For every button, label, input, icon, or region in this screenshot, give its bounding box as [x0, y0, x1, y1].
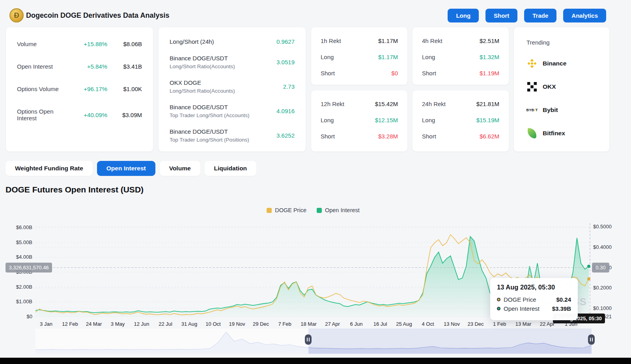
x-axis-tick: 4 Oct: [422, 321, 434, 327]
short-button[interactable]: Short: [485, 9, 517, 22]
x-axis-tick: 3 May: [111, 321, 125, 327]
ratio-label: Binance DOGE/USDT: [170, 104, 276, 110]
long-short-ratios-card: Long/Short (24h)0.9627 Binance DOGE/USDT…: [158, 27, 306, 152]
tooltip-row-price: DOGE Price $0.24: [497, 296, 571, 303]
x-axis-tick: 10 Oct: [205, 321, 220, 327]
trending-item-bitfinex[interactable]: Bitfinex: [526, 128, 597, 139]
x-axis-tick: 24 Mar: [86, 321, 102, 327]
stat-value: $3.09M: [107, 112, 142, 118]
navigator-area: [35, 332, 592, 354]
exchange-name: OKX: [543, 83, 556, 90]
stat-row: Options Volume+96.17%$1.00K: [17, 86, 142, 92]
page-title: Dogecoin DOGE Derivatives Data Analysis: [26, 11, 169, 20]
left-axis-tick: $6.00B: [0, 224, 32, 230]
navigator[interactable]: [35, 329, 592, 354]
ratio-value: 0.9627: [276, 38, 295, 45]
left-axis-tick: $5.00B: [0, 239, 32, 245]
trending-title: Trending: [526, 39, 597, 46]
stat-label: Options Open Interest: [17, 108, 71, 121]
right-axis-tick: $0.2000: [593, 285, 612, 291]
doge-price-marker: [587, 277, 590, 280]
x-axis-tick: 12 Jun: [134, 321, 149, 327]
chart-title: DOGE Futures Open Interest (USD): [6, 185, 144, 194]
tab-volume[interactable]: Volume: [160, 161, 200, 176]
rekt-long-label: Long: [321, 117, 375, 123]
rekt-4h-card: 4h Rekt$2.51M Long$1.32M Short$1.19M: [412, 27, 509, 85]
rekt-short-value: $3.28M: [378, 133, 398, 140]
bottom-bar: [0, 358, 631, 364]
ratio-row: Binance DOGE/USDTLong/Short Ratio(Accoun…: [170, 55, 295, 69]
right-axis-tick: $0.4000: [593, 244, 612, 250]
ratio-value: 4.0916: [276, 108, 295, 114]
x-axis-tick: 16 Jul: [373, 321, 387, 327]
stat-row: Open Interest+5.84%$3.41B: [17, 63, 142, 70]
x-axis-tick: 13 Nov: [444, 321, 460, 327]
rekt-short-label: Short: [321, 133, 378, 140]
left-axis-tick: $2.00B: [0, 284, 32, 290]
legend-swatch-icon: [267, 208, 272, 213]
bybit-icon: BYB!T: [526, 105, 538, 116]
trending-item-bybit[interactable]: BYB!T Bybit: [526, 105, 597, 116]
tab-weighted-funding-rate[interactable]: Weighted Funding Rate: [6, 161, 93, 176]
x-axis-tick: 7 Feb: [278, 321, 291, 327]
crosshair-left-value-badge: 3,326,631,570.46: [6, 263, 52, 273]
ratio-label: Binance DOGE/USDT: [170, 55, 276, 62]
chart-legend: DOGE Price Open Interest: [35, 207, 591, 213]
navigator-selection[interactable]: [308, 329, 592, 354]
x-axis-tick: 13 Mar: [515, 321, 531, 327]
dogecoin-logo-icon: Ð: [9, 8, 24, 22]
price-dot-icon: [497, 298, 500, 301]
rekt-total: $15.42M: [375, 101, 398, 107]
stat-change: +5.84%: [71, 63, 107, 70]
navigator-left-handle[interactable]: [305, 334, 312, 345]
navigator-mask-left: [35, 329, 308, 354]
bitfinex-icon: [526, 128, 538, 139]
stat-change: +15.88%: [71, 41, 107, 47]
stat-change: +96.17%: [71, 86, 107, 92]
tooltip-date: 13 Aug 2025, 05:30: [497, 284, 571, 291]
chart-tabs: Weighted Funding Rate Open Interest Volu…: [6, 161, 256, 176]
x-axis-tick: 3 Jan: [40, 321, 52, 327]
rekt-1h-card: 1h Rekt$1.17M Long$1.17M Short$0: [311, 27, 408, 85]
tab-liquidation[interactable]: Liquidation: [205, 161, 257, 176]
stat-row: Volume+15.88%$8.06B: [17, 41, 142, 47]
exchange-name: Bitfinex: [543, 130, 565, 137]
oi-dot-icon: [497, 307, 500, 310]
trade-button[interactable]: Trade: [524, 9, 556, 22]
exchange-name: Binance: [543, 60, 566, 67]
rekt-short-label: Short: [422, 70, 480, 77]
rekt-short-value: $0: [391, 70, 398, 77]
legend-doge-price[interactable]: DOGE Price: [267, 207, 306, 213]
ratio-value: 3.0519: [276, 59, 295, 65]
legend-open-interest[interactable]: Open Interest: [317, 207, 360, 213]
ratio-value: 2.73: [283, 83, 295, 90]
rekt-long-value: $15.19M: [476, 117, 499, 123]
rekt-short-value: $6.62M: [480, 133, 499, 140]
rekt-long-label: Long: [422, 54, 480, 60]
rekt-title: 1h Rekt: [321, 37, 378, 44]
trending-item-binance[interactable]: Binance: [526, 58, 597, 69]
long-button[interactable]: Long: [448, 9, 479, 22]
analytics-button[interactable]: Analytics: [563, 9, 606, 22]
ratio-sublabel: Long/Short Ratio(Accounts): [170, 88, 283, 94]
rekt-long-label: Long: [422, 117, 476, 123]
navigator-right-handle[interactable]: [588, 334, 595, 345]
tooltip-series-value: $3.39B: [552, 305, 571, 312]
volume-stats-card: Volume+15.88%$8.06B Open Interest+5.84%$…: [6, 27, 153, 152]
rekt-short-label: Short: [422, 133, 480, 140]
rekt-total: $1.17M: [378, 37, 398, 44]
chart-tooltip: 13 Aug 2025, 05:30 DOGE Price $0.24 Open…: [490, 278, 578, 320]
stat-label: Options Volume: [17, 86, 71, 92]
trending-item-okx[interactable]: OKX: [526, 81, 597, 92]
tab-open-interest[interactable]: Open Interest: [97, 161, 155, 176]
x-axis-tick: 18 Mar: [301, 321, 316, 327]
exchange-name: Bybit: [543, 106, 558, 114]
rekt-long-value: $12.15M: [375, 117, 398, 123]
crosshair-right-value-badge: 0.30: [592, 263, 609, 273]
ratio-sublabel: Top Trader Long/Short (Positions): [170, 137, 276, 143]
x-axis-tick: 23 Dec: [467, 321, 484, 327]
stat-row: Options Open Interest+40.09%$3.09M: [17, 108, 142, 121]
ratio-sublabel: Top Trader Long/Short (Accounts): [170, 112, 276, 118]
ratio-row: Binance DOGE/USDTTop Trader Long/Short (…: [170, 128, 295, 143]
header-actions: Long Short Trade Analytics: [448, 9, 606, 22]
